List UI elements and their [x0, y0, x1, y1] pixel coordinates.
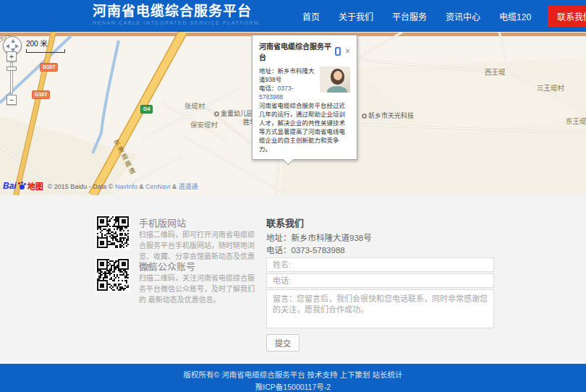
map-scale: 200 米: [26, 38, 65, 53]
site-logo: 河南省电缆综合服务平台 HENAN CABLE INTEGRATED SERVI…: [93, 4, 259, 25]
submit-button[interactable]: 提交: [266, 334, 300, 351]
map-label-sanwangdicun: 三王堤村: [537, 82, 564, 93]
map-canvas[interactable]: 200 米 + − G4 G107 G107 京港澳高速 纱厂 张堤村 金童幼儿…: [0, 32, 586, 195]
baidu-logo: Bai: [3, 181, 17, 191]
contact-photo: [320, 67, 350, 93]
cennavi-link[interactable]: CenNavi: [145, 183, 171, 190]
map-label-dongwangdi: 东王堤: [566, 116, 586, 126]
navinfo-link[interactable]: NavInfo: [115, 183, 137, 190]
nav-item-news[interactable]: 资讯中心: [446, 10, 480, 22]
copyright-text: © 2015 Baidu - Data © NavInfo & CenNavi …: [48, 182, 198, 191]
lower-section: 手机版网站 扫描二维码，即可打开河南省电缆综合服务平台手机版网站，随时随地浏览、…: [0, 195, 586, 364]
infowindow-description: 河南省电缆综合服务平台经过近几年的运行，通过帮助企业培训人才，解决企业的共性关键…: [259, 101, 350, 153]
nav-item-contact[interactable]: 联系我们: [548, 6, 586, 27]
main-nav: 首页 关于我们 平台服务 资讯中心 电缆120 联系我们: [293, 0, 586, 32]
road-badge-g107: G107: [40, 63, 58, 72]
name-input[interactable]: [266, 257, 494, 272]
close-icon[interactable]: ×: [345, 48, 350, 55]
wechat-qr-code: [95, 257, 130, 292]
nav-item-about[interactable]: 关于我们: [339, 10, 373, 22]
site-footer: 版权所有© 河南省电缆综合服务平台 技术支持 上下策划 站长统计 豫ICP备15…: [0, 364, 586, 392]
mobile-phone-icon[interactable]: [335, 47, 341, 56]
phone-input[interactable]: [266, 273, 494, 288]
zoom-in-button[interactable]: +: [7, 51, 17, 61]
contact-phone: 电话：0373-5783988: [266, 244, 345, 255]
wechat-account-title: 微信公众账号: [139, 259, 195, 273]
site-title: 河南省电缆综合服务平台: [93, 4, 259, 20]
poi-circle-icon[interactable]: [214, 111, 219, 116]
road-badge-g107: G107: [32, 90, 50, 99]
contact-address: 地址：新乡市科隆大道938号: [266, 231, 372, 243]
contact-heading: 联系我们: [266, 216, 304, 229]
zoom-slider-handle[interactable]: [7, 67, 17, 71]
page: 河南省电缆综合服务平台 HENAN CABLE INTEGRATED SERVI…: [0, 0, 586, 392]
map-label-zhangdicun: 张堤村: [184, 101, 205, 111]
map-attribution: Bai 地图 © 2015 Baidu - Data © NavInfo & C…: [3, 179, 198, 192]
poi-circle-icon[interactable]: [362, 114, 367, 119]
map-scale-label: 200 米: [26, 40, 47, 48]
infowindow-title: 河南省电缆综合服务平台: [259, 41, 335, 62]
mobile-site-title: 手机版网站: [139, 216, 186, 229]
map-infowindow: 河南省电缆综合服务平台 × 地址：新乡市科隆大道938号 电话：0373-578…: [252, 35, 357, 160]
nav-item-home[interactable]: 首页: [302, 10, 320, 22]
footer-icp: 豫ICP备15000117号-2: [0, 380, 586, 392]
map-label-baoandicun: 保安堤村: [190, 119, 218, 129]
nav-item-services[interactable]: 平台服务: [392, 10, 427, 22]
site-header: 河南省电缆综合服务平台 HENAN CABLE INTEGRATED SERVI…: [0, 0, 586, 32]
map-label-xiwangdi: 西王堤: [485, 67, 506, 77]
baidu-paw-icon: [18, 182, 26, 189]
daodaotong-link[interactable]: 道道通: [179, 183, 198, 190]
map-scale-bar: [26, 49, 65, 53]
nav-item-cable120[interactable]: 电缆120: [499, 10, 531, 22]
road-badge-g4: G4: [140, 105, 153, 114]
mobile-site-qr-code: [95, 215, 130, 250]
wechat-account-desc: 扫描二维码，关注河南省电缆综合服务平台微信公众账号，及时了解我们的 最新动态及优…: [139, 273, 259, 305]
zoom-out-button[interactable]: −: [7, 95, 17, 105]
baidu-map-logo-text: 地图: [27, 180, 43, 192]
map-poi-tianguang: 新乡市天光科技: [362, 111, 414, 120]
site-subtitle: HENAN CABLE INTEGRATED SERVICE PLATFORM: [93, 20, 259, 25]
footer-copyright: 版权所有© 河南省电缆综合服务平台 技术支持 上下策划 站长统计: [0, 364, 586, 380]
map-label-shachang: 纱厂: [0, 33, 11, 43]
message-textarea[interactable]: [266, 289, 494, 328]
